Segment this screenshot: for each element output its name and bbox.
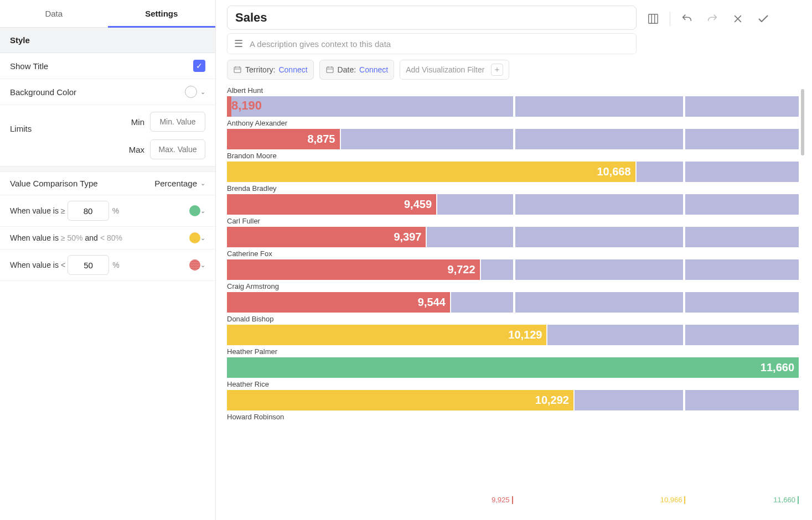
sidebar-gap	[0, 167, 215, 172]
bar-label: Catherine Fox	[227, 249, 799, 258]
chart-area: Albert Hunt8,190Anthony Alexander8,875Br…	[227, 86, 804, 514]
bar-fill: 9,397	[227, 227, 426, 247]
bar-row: Catherine Fox9,722	[227, 249, 799, 280]
tab-settings[interactable]: Settings	[108, 0, 216, 27]
bar-track[interactable]: 9,459	[227, 194, 799, 215]
bar-track[interactable]: 9,397	[227, 227, 799, 247]
bar-label: Heather Rice	[227, 380, 799, 388]
bar-track[interactable]: 10,129	[227, 325, 799, 345]
value-comparison: Percentage	[154, 179, 197, 188]
description-input[interactable]: ☰ A description gives context to this da…	[227, 33, 637, 54]
rule-high-color-chev-icon[interactable]: ⌄	[200, 207, 205, 215]
input-limit-max[interactable]	[150, 139, 205, 159]
axis-value-80: 10,966	[660, 496, 682, 504]
redo-icon[interactable]	[704, 8, 721, 30]
bar-fill: 11,660	[227, 357, 799, 378]
rule-low: When value is < % ⌄	[0, 249, 215, 281]
rule-low-prefix: When value is	[10, 261, 59, 269]
page-title: Sales	[235, 11, 267, 25]
close-icon[interactable]	[729, 8, 747, 30]
bar-fill: 9,722	[227, 259, 480, 280]
bar-fill: 10,668	[227, 162, 635, 182]
axis-mark-100: 11,660	[773, 496, 799, 504]
rule-mid-and: and	[85, 233, 98, 242]
plus-icon: ＋	[491, 64, 503, 76]
calendar-link-icon	[233, 65, 242, 74]
tab-data[interactable]: Data	[0, 0, 108, 27]
rule-mid-color-chev-icon[interactable]: ⌄	[200, 235, 205, 242]
grid-icon[interactable]	[644, 8, 662, 30]
label-min: Min	[131, 117, 144, 127]
row-bgcolor: Background Color ⌄	[0, 79, 215, 105]
filter-date-action: Connect	[359, 65, 388, 74]
axis-mark-50: 9,925	[492, 496, 513, 504]
bar-fill: 9,459	[227, 194, 436, 215]
bar-label: Brenda Bradley	[227, 184, 799, 193]
check-icon[interactable]	[754, 8, 772, 30]
rule-mid-prefix: When value is	[10, 233, 59, 242]
checkbox-show-title[interactable]: ✓	[193, 60, 205, 72]
chart-body: Albert Hunt8,190Anthony Alexander8,875Br…	[227, 86, 799, 493]
bar-value: 8,190	[231, 98, 262, 113]
bar-fill	[227, 96, 231, 117]
bar-fill: 9,544	[227, 292, 450, 313]
filter-bar: Territory: Connect Date: Connect Add Vis…	[227, 60, 804, 80]
filter-territory-label: Territory:	[245, 65, 275, 74]
bar-label: Anthony Alexander	[227, 119, 799, 127]
bar-label: Heather Palmer	[227, 347, 799, 356]
row-comparison-type[interactable]: Value Comparison Type Percentage ⌄	[0, 172, 215, 195]
app-root: Data Settings Style Show Title ✓ Backgro…	[0, 0, 812, 520]
calendar-link-icon	[325, 65, 334, 74]
bar-track[interactable]: 10,292	[227, 390, 799, 410]
sidebar: Data Settings Style Show Title ✓ Backgro…	[0, 0, 216, 520]
axis-value-50: 9,925	[492, 496, 510, 504]
bgcolor-swatch[interactable]	[185, 86, 197, 98]
rule-high-color[interactable]	[189, 205, 200, 216]
bar-label: Carl Fuller	[227, 217, 799, 225]
rule-mid-color[interactable]	[189, 232, 200, 243]
svg-rect-2	[327, 67, 333, 72]
input-rule-high[interactable]	[68, 201, 109, 221]
rule-low-color[interactable]	[189, 259, 200, 271]
bar-row: Brandon Moore10,668	[227, 152, 799, 182]
bar-label: Craig Armstrong	[227, 282, 799, 290]
bar-row: Carl Fuller9,397	[227, 217, 799, 247]
rule-low-op: <	[61, 261, 65, 269]
rule-low-pct: %	[112, 261, 119, 269]
bar-row: Brenda Bradley9,459	[227, 184, 799, 215]
undo-icon[interactable]	[678, 8, 696, 30]
svg-rect-1	[234, 67, 241, 72]
bar-track[interactable]: 8,190	[227, 96, 799, 117]
bar-track[interactable]: 9,544	[227, 292, 799, 313]
rule-low-color-chev-icon[interactable]: ⌄	[200, 262, 205, 269]
rule-mid-op1: ≥ 50%	[61, 233, 83, 242]
axis-value-100: 11,660	[773, 496, 795, 504]
title-input[interactable]: Sales	[227, 6, 637, 30]
add-visualization-filter[interactable]: Add Visualization Filter ＋	[400, 60, 509, 80]
bar-row: Howard Robinson	[227, 413, 799, 421]
label-max: Max	[129, 145, 144, 154]
bar-track[interactable]: 10,668	[227, 162, 799, 182]
description-placeholder: A description gives context to this data	[250, 39, 391, 49]
rule-high-op: ≥	[61, 206, 65, 215]
bar-row: Heather Palmer11,660	[227, 347, 799, 378]
bar-track[interactable]: 9,722	[227, 259, 799, 280]
rule-high-pct: %	[112, 206, 119, 215]
row-limits: Limits Min Max	[0, 105, 215, 167]
bar-track[interactable]: 8,875	[227, 129, 799, 149]
filter-date[interactable]: Date: Connect	[319, 60, 395, 80]
chevron-down-icon[interactable]: ⌄	[200, 180, 205, 187]
toolbar-separator	[670, 12, 670, 26]
bar-track[interactable]: 11,660	[227, 357, 799, 378]
bgcolor-chevron-icon[interactable]: ⌄	[200, 89, 205, 96]
bar-row: Anthony Alexander8,875	[227, 119, 799, 149]
input-limit-min[interactable]	[150, 112, 205, 132]
rule-high-prefix: When value is	[10, 206, 59, 215]
input-rule-low[interactable]	[68, 255, 109, 275]
topbar: Sales ☰ A description gives context to t…	[227, 6, 804, 54]
filter-territory[interactable]: Territory: Connect	[227, 60, 314, 80]
scrollbar[interactable]	[801, 89, 804, 155]
axis-mark-80: 10,966	[660, 496, 686, 504]
main: Sales ☰ A description gives context to t…	[216, 0, 812, 520]
label-limits: Limits	[10, 112, 129, 133]
